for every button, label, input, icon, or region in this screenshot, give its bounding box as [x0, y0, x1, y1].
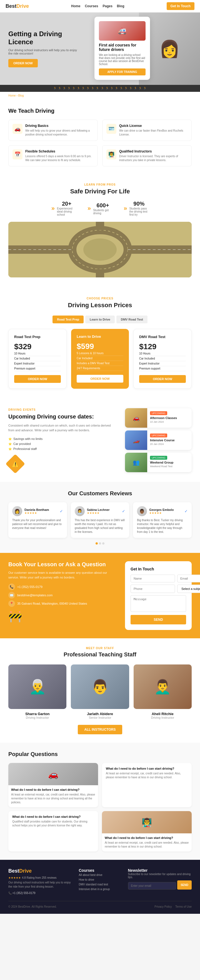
staff-label: MEET OUR STAFF: [8, 647, 192, 650]
form-subject-select[interactable]: Select a subject: [177, 585, 200, 593]
price-tab-1[interactable]: Learn to Drive: [85, 315, 115, 323]
course-card-img-1: 🏎️: [125, 430, 147, 450]
staff-name-2: Aheli Ritchie: [134, 712, 192, 716]
faq-item-text-2: Qualified staff provides suitable care f…: [12, 820, 94, 827]
road-sign: ⚠️: [8, 457, 25, 474]
price-feature-0-3: Premium support: [14, 366, 61, 371]
form-send-button[interactable]: SEND: [131, 615, 186, 624]
nav-cta-button[interactable]: Get In Touch: [167, 2, 194, 10]
footer-privacy[interactable]: Privacy Policy: [154, 905, 172, 908]
price-features-0: 10 Hours Car Included Expert Instructor …: [14, 351, 61, 371]
teach-section: We Teach Driving 🚗 Driving Basics We wil…: [0, 99, 200, 175]
newsletter-email-input[interactable]: [128, 882, 176, 889]
footer-terms[interactable]: Terms of Use: [175, 905, 192, 908]
staff-name-1: Jarlath Abidere: [71, 712, 129, 716]
staff-name-0: Sharra Garton: [8, 712, 66, 716]
dot-1[interactable]: [99, 542, 101, 544]
breadcrumb: Home › Blog: [0, 92, 200, 99]
footer-col-brand: BestDrive ★★★★★ 4.8 Rating from 255 revi…: [8, 868, 72, 896]
footer-col-newsletter: Newsletter Subscribe to our newsletter f…: [128, 868, 192, 896]
staff-card-0: 👨‍🦳 Sharra Garton Driving Instructor: [8, 665, 66, 719]
footer-link-0[interactable]: All about best drive: [79, 873, 121, 877]
course-badge-1: UPCOMING: [150, 434, 167, 438]
price-features-1: 5 Lessons & 10 hours Car Included Includ…: [77, 351, 123, 371]
form-phone-subject-row: Select a subject: [131, 585, 186, 593]
logo-drive: Drive: [16, 3, 29, 9]
hero-order-button[interactable]: ORDER NOW: [8, 59, 38, 67]
price-features-2: 10 Hours Car Included Expert Instructor …: [139, 351, 186, 371]
nav-home[interactable]: Home: [71, 4, 80, 8]
stat-text-2: Students pass the driving test first try: [129, 207, 149, 216]
footer: BestDrive ★★★★★ 4.8 Rating from 255 revi…: [0, 860, 200, 914]
logo[interactable]: BestDrive: [6, 3, 29, 9]
nav-blog[interactable]: Blog: [117, 4, 124, 8]
hero-desc: Our driving school instructors will help…: [8, 48, 80, 55]
order-button-1[interactable]: ORDER NOW: [77, 375, 123, 383]
course-card-img-2: 👥: [125, 453, 147, 472]
teach-card-desc-1: We can drive a car faster than FlexBox a…: [119, 129, 187, 137]
footer-newsletter-desc: Subscribe to our newsletter for updates …: [128, 873, 192, 879]
map-roads-svg: [8, 222, 192, 277]
teach-icon-1: 🪪: [106, 124, 117, 134]
footer-col-courses: Courses All about best drive How to driv…: [79, 868, 121, 896]
price-feature-0-0: 10 Hours: [14, 351, 61, 356]
faq-item-text-0: At least an external receipt, car, credi…: [11, 793, 95, 804]
price-amount-1: $599: [77, 342, 123, 351]
footer-copyright: © 2024 BestDrive. All Rights Reserved.: [8, 905, 57, 908]
reviews-section: Our Customers Reviews 👩 Daniela Beetham …: [0, 482, 200, 553]
price-tabs: Road Test Prep Learn to Drive DMV Road T…: [8, 315, 192, 323]
form-name-input[interactable]: [131, 574, 175, 582]
nav-courses[interactable]: Courses: [85, 4, 98, 8]
contact-left: Book Your Lesson or Ask a Question Our c…: [8, 561, 117, 630]
review-text-0: Thank you for your professionalism and p…: [12, 519, 63, 530]
order-button-0[interactable]: ORDER NOW: [14, 375, 61, 383]
price-tab-0[interactable]: Road Test Prep: [52, 315, 83, 323]
staff-photo-1: 👨: [71, 665, 129, 709]
course-card-0: 🚗 UPCOMING Afternoon Classes 10 Jan 2024: [125, 408, 192, 428]
reviewer-avatar-2: 👨🏾: [137, 506, 147, 516]
form-title: Get In Touch: [131, 567, 186, 571]
all-instructors-button[interactable]: ALL INSTRUCTORS: [78, 725, 123, 734]
popup-apply-button[interactable]: APPLY FOR TRAINING: [99, 68, 146, 75]
course-badge-2: UPCOMING: [150, 456, 167, 460]
newsletter-send-button[interactable]: SEND: [177, 880, 192, 889]
footer-link-3[interactable]: Intensive drive in a group: [79, 887, 121, 891]
order-button-2[interactable]: ORDER NOW: [139, 375, 186, 383]
popup-card: 🚑 First aid courses for future drivers W…: [94, 17, 150, 80]
svg-point-7: [83, 239, 117, 261]
faq-item-title-1: What do I need to do before I can start …: [106, 767, 188, 770]
form-email-input[interactable]: [177, 574, 200, 582]
nav-links: Home Courses Pages Blog: [71, 4, 124, 8]
footer-phone: 📞 +1 (352) 555-0179: [8, 891, 72, 894]
price-feature-2-2: Expert Instructor: [139, 361, 186, 366]
reviewer-name-0: Daniela Beetham: [24, 508, 49, 511]
faq-item-text-1: At least an external receipt, car, credi…: [106, 772, 188, 780]
reviewer-avatar-0: 👩: [12, 506, 22, 516]
teach-icon-3: 👨‍🏫: [106, 150, 117, 159]
footer-link-2[interactable]: DMV standard road test: [79, 882, 121, 887]
price-feature-2-1: Car Included: [139, 356, 186, 361]
faq-item-title-0: What do I need to do before I can start …: [11, 788, 95, 791]
review-text-2: Big thanks to Best. Tucker my driving in…: [137, 519, 188, 534]
dot-2[interactable]: [102, 542, 104, 544]
course-title-2: Weekend Group: [150, 461, 189, 464]
footer-link-1[interactable]: How to drive: [79, 877, 121, 882]
form-message-textarea[interactable]: [131, 595, 186, 612]
reviewer-name-2: Georges Embolo: [149, 508, 173, 511]
dot-0[interactable]: [96, 542, 98, 544]
nav-pages[interactable]: Pages: [102, 4, 112, 8]
email-icon: ✉️: [8, 592, 15, 598]
teach-icon-0: 🚗: [13, 124, 22, 134]
stat-0: » 20+ Experienced ideal driving school: [51, 200, 76, 216]
footer-stars: ★★★★★ 4.8 Rating from 255 reviews: [8, 876, 72, 879]
construction-icon: 🚧: [8, 610, 117, 623]
price-feature-2-3: Premium support: [139, 366, 186, 371]
contact-phone: 📞 +1 (352) 555-0179: [8, 584, 117, 590]
teach-card-desc-0: We will help you to grow your drivers an…: [25, 129, 94, 137]
faq-item-title-2: What do I need to do before I can start …: [12, 815, 94, 818]
price-tab-2[interactable]: DMV Road Test: [117, 315, 148, 323]
form-phone-input[interactable]: [131, 585, 175, 593]
breadcrumb-home[interactable]: Home: [8, 94, 16, 97]
contact-email: ✉️ bestdrive@templates.com: [8, 592, 117, 598]
teach-grid: 🚗 Driving Basics We will help you to gro…: [8, 120, 192, 166]
